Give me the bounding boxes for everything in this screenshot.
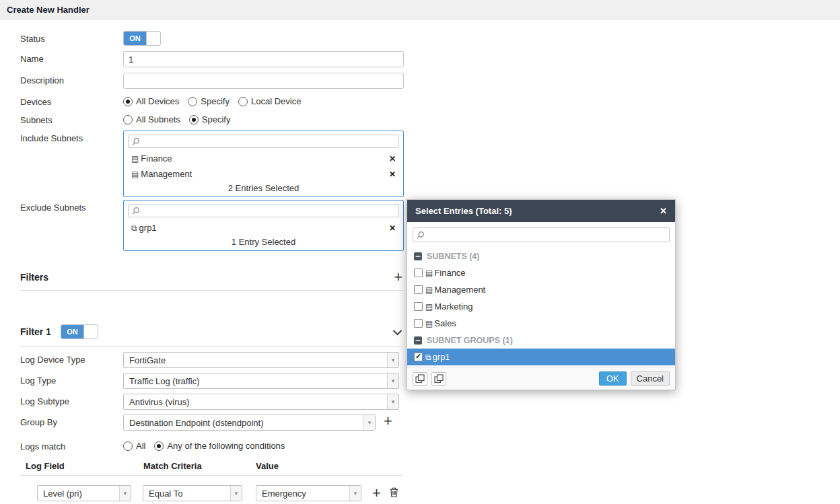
checkbox-icon[interactable] (414, 285, 423, 294)
close-icon[interactable]: ✕ (660, 206, 667, 216)
status-toggle[interactable]: ON (123, 31, 161, 46)
group-header-label: SUBNET GROUPS (1) (427, 336, 513, 345)
subnet-icon: ▤ (425, 319, 433, 328)
conditions-table-header: Log Field Match Criteria Value (20, 461, 403, 476)
log-subtype-label: Log Subtype (20, 394, 123, 406)
filter1-heading: Filter 1 (20, 326, 51, 337)
ok-button[interactable]: OK (599, 371, 627, 386)
radio-label: Specify (201, 96, 230, 106)
form-row-description: Description (20, 73, 840, 89)
copy-icon-button-1[interactable] (413, 372, 427, 386)
select-value: Level (pri) (43, 489, 82, 499)
toggle-on-label: ON (124, 32, 146, 45)
subnet-icon: ▤ (425, 285, 433, 295)
add-filter-button[interactable]: + (394, 271, 403, 283)
entry-label: Sales (434, 318, 456, 328)
trash-icon (390, 487, 398, 497)
log-subtype-select[interactable]: Antivirus (virus) ▾ (123, 394, 399, 410)
add-group-by-button[interactable]: + (384, 415, 392, 427)
include-subnets-search-input[interactable] (128, 135, 399, 148)
description-label: Description (20, 73, 123, 85)
group-by-label: Group By (20, 415, 123, 427)
collapse-filter1-button[interactable] (392, 326, 403, 338)
value-select[interactable]: Emergency ▾ (256, 485, 361, 501)
select-entries-dialog: Select Entries (Total: 5) ✕ SUBNETS (4) … (407, 199, 676, 390)
subnets-option-specify[interactable]: Specify (189, 114, 231, 124)
include-subnets-box: ▤ Finance ✕ ▤ Management ✕ 2 Entries Sel… (123, 131, 404, 197)
status-label: Status (20, 31, 123, 44)
radio-label: Local Device (251, 96, 301, 106)
subnets-label: Subnets (20, 112, 123, 125)
subnet-icon: ▤ (131, 170, 139, 179)
description-input[interactable] (123, 73, 404, 89)
logs-match-option-any[interactable]: Any of the following conditions (154, 441, 285, 451)
dropdown-arrow-icon: ▾ (349, 486, 361, 501)
entry-item-marketing[interactable]: ▤ Marketing (407, 298, 675, 315)
log-device-type-select[interactable]: FortiGate ▾ (123, 352, 399, 368)
subnet-group-icon: ⧉ (425, 353, 431, 362)
radio-label: Specify (202, 114, 231, 124)
include-subnet-entry: ▤ Management ✕ (128, 166, 399, 182)
group-header-subnet-groups[interactable]: SUBNET GROUPS (1) (407, 332, 675, 349)
checkbox-icon[interactable] (414, 268, 423, 277)
filter1-header: Filter 1 ON (20, 324, 403, 347)
toggle-knob (83, 325, 98, 338)
filters-section-header: Filters + (20, 271, 403, 291)
copy-icon-button-2[interactable] (431, 372, 446, 386)
form-row-status: Status ON (20, 31, 840, 46)
name-label: Name (20, 51, 123, 64)
entry-item-grp1[interactable]: ✓ ⧉ grp1 (407, 349, 675, 365)
log-type-select[interactable]: Traffic Log (traffic) ▾ (123, 373, 399, 389)
remove-entry-icon[interactable]: ✕ (389, 170, 396, 179)
exclude-subnets-search-input[interactable] (128, 204, 399, 217)
include-subnets-search (128, 135, 399, 148)
filters-section: Filters + (20, 271, 403, 291)
checkbox-icon[interactable] (414, 302, 423, 311)
dropdown-arrow-icon: ▾ (363, 415, 375, 430)
remove-entry-icon[interactable]: ✕ (389, 223, 396, 233)
titlebar: Create New Handler (0, 0, 840, 20)
dialog-search-input[interactable] (413, 227, 670, 242)
collapse-icon (414, 252, 422, 260)
cancel-button[interactable]: Cancel (631, 371, 670, 386)
checkbox-checked-icon[interactable]: ✓ (414, 353, 423, 361)
devices-option-specify[interactable]: Specify (188, 96, 230, 106)
entry-item-management[interactable]: ▤ Management (407, 281, 675, 298)
entry-label: grp1 (433, 352, 450, 362)
add-condition-button[interactable]: + (372, 487, 381, 499)
select-value: Traffic Log (traffic) (129, 376, 200, 386)
subnets-option-all-subnets[interactable]: All Subnets (123, 114, 180, 124)
entry-item-finance[interactable]: ▤ Finance (407, 264, 675, 281)
entry-name: Finance (141, 153, 172, 164)
devices-option-local-device[interactable]: Local Device (238, 96, 301, 106)
column-header-value: Value (256, 461, 403, 471)
log-field-select[interactable]: Level (pri) ▾ (37, 485, 131, 501)
radio-checked-icon (189, 115, 199, 124)
devices-option-all-devices[interactable]: All Devices (123, 96, 179, 106)
entry-name: grp1 (139, 223, 157, 233)
logs-match-option-all[interactable]: All (123, 441, 145, 451)
select-value: Antivirus (virus) (129, 397, 190, 407)
radio-icon (238, 97, 248, 106)
include-subnet-entry: ▤ Finance ✕ (128, 151, 399, 166)
checkbox-icon[interactable] (414, 319, 423, 328)
group-header-subnets[interactable]: SUBNETS (4) (407, 248, 675, 264)
dialog-footer: OK Cancel (407, 367, 675, 390)
form-row-include-subnets: Include Subnets ▤ Finance ✕ ▤ Management… (20, 131, 840, 197)
name-input[interactable] (123, 51, 404, 67)
entry-item-sales[interactable]: ▤ Sales (407, 315, 675, 332)
check-icon: ✓ (415, 352, 421, 361)
group-by-select[interactable]: Destination Endpoint (dstendpoint) ▾ (123, 415, 376, 431)
conditions-table: Log Field Match Criteria Value Level (pr… (20, 461, 403, 501)
dialog-title: Select Entries (Total: 5) (415, 206, 512, 216)
devices-label: Devices (20, 94, 123, 107)
form-row-devices: Devices All Devices Specify Local Device (20, 94, 840, 107)
chevron-down-icon (392, 330, 403, 336)
remove-entry-icon[interactable]: ✕ (389, 154, 396, 164)
dropdown-arrow-icon: ▾ (387, 373, 398, 388)
exclude-subnet-entry: ⧉ grp1 ✕ (128, 220, 399, 236)
create-new-handler-page: Create New Handler Status ON Name Descri… (0, 0, 840, 504)
filter1-toggle[interactable]: ON (61, 324, 98, 339)
match-criteria-select[interactable]: Equal To ▾ (143, 485, 242, 501)
delete-condition-button[interactable] (390, 487, 398, 499)
